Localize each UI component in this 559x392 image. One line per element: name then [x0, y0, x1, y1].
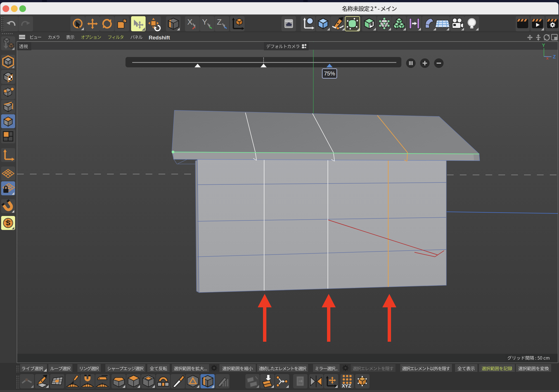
svg-text:X: X: [187, 18, 193, 26]
svg-text:Y: Y: [542, 43, 545, 48]
svg-text:XYZ: XYZ: [342, 383, 351, 388]
svg-text:Z: Z: [217, 18, 222, 26]
svg-text:Y: Y: [202, 18, 207, 26]
svg-text:Z: Z: [553, 54, 556, 60]
svg-text:x: x: [546, 56, 549, 60]
svg-text:S: S: [6, 219, 10, 227]
